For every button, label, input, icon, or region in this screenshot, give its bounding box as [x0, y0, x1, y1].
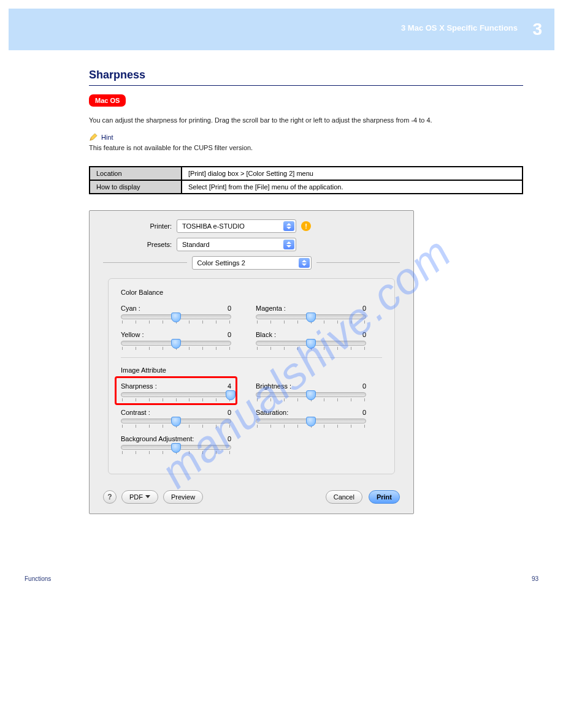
header-text: 3 Mac OS X Specific Functions	[401, 23, 518, 32]
printer-select[interactable]: TOSHIBA e-STUDIO	[177, 219, 296, 233]
slider-thumb[interactable]	[306, 390, 316, 400]
slider-thumb[interactable]	[171, 417, 181, 427]
presets-label: Presets:	[103, 241, 177, 248]
page-footer: Functions 93	[0, 539, 563, 594]
body-paragraph: You can adjust the sharpness for printin…	[89, 115, 523, 126]
black-label: Black :	[256, 331, 276, 338]
footer-right: 93	[532, 575, 538, 582]
brightness-value: 0	[362, 382, 366, 390]
sharpness-label: Sharpness :	[121, 382, 157, 390]
section-title: Sharpness	[89, 69, 523, 82]
spec-table: Location [Print] dialog box > [Color Set…	[89, 166, 523, 194]
preview-button[interactable]: Preview	[163, 490, 203, 504]
saturation-slider-block: Saturation:0	[256, 409, 366, 428]
hint-block: Hint This feature is not available for t…	[89, 133, 523, 151]
header-number: 3	[532, 20, 542, 39]
yellow-slider-block: Yellow :0	[121, 331, 231, 350]
slider-thumb[interactable]	[306, 313, 316, 322]
saturation-label: Saturation:	[256, 409, 288, 416]
cancel-button[interactable]: Cancel	[326, 490, 362, 504]
section-rule	[89, 85, 523, 86]
divider	[316, 262, 400, 263]
background-label: Background Adjustment:	[121, 435, 194, 442]
magenta-label: Magenta :	[256, 305, 286, 312]
printer-select-value: TOSHIBA e-STUDIO	[182, 222, 245, 230]
table-cell-value: Select [Print] from the [File] menu of t…	[182, 180, 523, 194]
chevron-updown-icon	[283, 221, 294, 231]
background-value: 0	[228, 435, 231, 442]
cyan-label: Cyan :	[121, 305, 140, 312]
chevron-down-icon	[145, 495, 150, 498]
slider-thumb[interactable]	[226, 390, 236, 400]
magenta-slider[interactable]	[256, 314, 366, 319]
printer-label: Printer:	[103, 222, 177, 230]
magenta-value: 0	[362, 305, 366, 312]
contrast-value: 0	[228, 409, 231, 416]
sharpness-value: 4	[228, 382, 231, 390]
yellow-label: Yellow :	[121, 331, 144, 338]
hint-text: This feature is not available for the CU…	[89, 144, 523, 151]
dialog-footer: ? PDF Preview Cancel Print	[90, 485, 413, 514]
panel-menu-select[interactable]: Color Settings 2	[192, 256, 312, 270]
platform-badge: Mac OS	[89, 94, 126, 107]
presets-select-value: Standard	[182, 241, 210, 248]
slider-thumb[interactable]	[171, 443, 181, 453]
slider-thumb[interactable]	[171, 339, 181, 349]
background-slider[interactable]	[121, 445, 231, 450]
settings-panel: Color Balance Cyan :0 Magenta :0	[108, 278, 395, 474]
brightness-slider[interactable]	[256, 392, 366, 397]
slider-ticks	[121, 398, 231, 401]
image-attribute-title: Image Attribute	[121, 366, 382, 374]
help-button[interactable]: ?	[103, 490, 117, 504]
background-slider-block: Background Adjustment:0	[121, 435, 231, 454]
brightness-label: Brightness :	[256, 382, 291, 390]
saturation-slider[interactable]	[256, 419, 366, 423]
table-cell-label: How to display	[90, 180, 182, 194]
magenta-slider-block: Magenta :0	[256, 305, 366, 324]
slider-thumb[interactable]	[306, 339, 316, 349]
sharpness-slider-block: Sharpness :4	[121, 382, 231, 401]
pdf-button-label: PDF	[129, 493, 143, 501]
yellow-slider[interactable]	[121, 341, 231, 346]
table-row: How to display Select [Print] from the […	[90, 180, 523, 194]
divider	[103, 262, 187, 263]
print-button[interactable]: Print	[369, 490, 400, 504]
print-dialog: Printer: TOSHIBA e-STUDIO Presets: Stand…	[89, 210, 414, 514]
cyan-slider-block: Cyan :0	[121, 305, 231, 324]
hint-label: Hint	[101, 134, 113, 141]
sharpness-slider[interactable]	[121, 392, 231, 397]
pdf-button[interactable]: PDF	[121, 490, 158, 504]
table-cell-value: [Print] dialog box > [Color Setting 2] m…	[182, 167, 523, 180]
color-balance-title: Color Balance	[121, 289, 382, 296]
chevron-updown-icon	[299, 258, 310, 268]
cyan-value: 0	[228, 305, 231, 312]
slider-thumb[interactable]	[306, 417, 316, 427]
cyan-slider[interactable]	[121, 314, 231, 319]
page-header: 3 Mac OS X Specific Functions 3	[9, 9, 554, 50]
saturation-value: 0	[362, 409, 366, 416]
contrast-slider-block: Contrast :0	[121, 409, 231, 428]
presets-select[interactable]: Standard	[177, 238, 296, 251]
table-row: Location [Print] dialog box > [Color Set…	[90, 167, 523, 180]
black-slider[interactable]	[256, 341, 366, 346]
slider-thumb[interactable]	[171, 313, 181, 322]
warning-icon	[301, 221, 311, 231]
table-cell-label: Location	[90, 167, 182, 180]
panel-divider	[121, 357, 382, 358]
black-slider-block: Black :0	[256, 331, 366, 350]
panel-menu-value: Color Settings 2	[197, 259, 245, 267]
yellow-value: 0	[228, 331, 231, 338]
contrast-label: Contrast :	[121, 409, 150, 416]
footer-left: Functions	[25, 575, 51, 582]
pencil-icon	[89, 133, 98, 142]
chevron-updown-icon	[283, 240, 294, 249]
contrast-slider[interactable]	[121, 419, 231, 423]
black-value: 0	[362, 331, 366, 338]
brightness-slider-block: Brightness :0	[256, 382, 366, 401]
